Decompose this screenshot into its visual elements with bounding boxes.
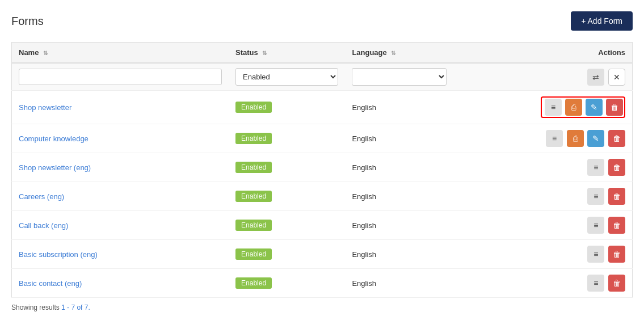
table-row: Shop newsletter Enabled English ≡ ⎙ ✎ 🗑 bbox=[12, 91, 633, 124]
table-header-row: Name ⇅ Status ⇅ Language ⇅ Actions bbox=[12, 43, 633, 64]
row-list-button[interactable]: ≡ bbox=[587, 217, 604, 234]
filter-clear-button[interactable]: ✕ bbox=[608, 69, 625, 86]
row-name-cell: Call back (eng) bbox=[12, 211, 229, 240]
row-status-cell: Enabled bbox=[229, 211, 345, 240]
sort-status-icon[interactable]: ⇅ bbox=[262, 50, 267, 56]
filter-status-cell: Enabled Disabled bbox=[229, 63, 345, 91]
row-name-cell: Basic contact (eng) bbox=[12, 269, 229, 298]
filter-language-select[interactable]: English bbox=[352, 68, 447, 86]
row-name-cell: Careers (eng) bbox=[12, 182, 229, 211]
row-list-button[interactable]: ≡ bbox=[587, 275, 604, 292]
row-copy-button[interactable]: ⎙ bbox=[565, 99, 582, 116]
row-delete-button[interactable]: 🗑 bbox=[608, 188, 625, 205]
row-name-cell: Basic subscription (eng) bbox=[12, 240, 229, 269]
filter-row: Enabled Disabled English ⇄ ✕ bbox=[12, 63, 633, 91]
row-name-link[interactable]: Basic subscription (eng) bbox=[19, 250, 98, 259]
status-badge: Enabled bbox=[235, 277, 272, 289]
row-status-cell: Enabled bbox=[229, 240, 345, 269]
row-status-cell: Enabled bbox=[229, 91, 345, 124]
page-header: Forms + Add Form bbox=[11, 11, 633, 31]
row-language-cell: English bbox=[345, 182, 453, 211]
row-edit-button[interactable]: ✎ bbox=[587, 130, 604, 147]
sort-name-icon[interactable]: ⇅ bbox=[43, 50, 48, 56]
row-actions-cell: ≡ 🗑 bbox=[453, 153, 632, 182]
table-row: Careers (eng) Enabled English ≡ 🗑 bbox=[12, 182, 633, 211]
forms-table: Name ⇅ Status ⇅ Language ⇅ Actions bbox=[11, 42, 633, 298]
row-status-cell: Enabled bbox=[229, 153, 345, 182]
row-delete-button[interactable]: 🗑 bbox=[608, 159, 625, 176]
row-delete-button[interactable]: 🗑 bbox=[606, 99, 623, 116]
row-language-cell: English bbox=[345, 269, 453, 298]
row-list-button[interactable]: ≡ bbox=[545, 99, 562, 116]
row-actions-cell: ≡ 🗑 bbox=[453, 182, 632, 211]
actions-highlight-box: ≡ ⎙ ✎ 🗑 bbox=[541, 96, 625, 118]
page-title: Forms bbox=[11, 15, 44, 28]
row-language-cell: English bbox=[345, 211, 453, 240]
results-footer: Showing results 1 - 7 of 7. bbox=[11, 304, 633, 311]
row-name-cell: Shop newsletter bbox=[12, 91, 229, 124]
row-language-cell: English bbox=[345, 124, 453, 153]
row-status-cell: Enabled bbox=[229, 124, 345, 153]
col-header-actions: Actions bbox=[453, 43, 632, 64]
col-header-status: Status ⇅ bbox=[229, 43, 345, 64]
row-language-cell: English bbox=[345, 91, 453, 124]
row-name-link[interactable]: Careers (eng) bbox=[19, 192, 64, 201]
row-list-button[interactable]: ≡ bbox=[587, 246, 604, 263]
status-badge: Enabled bbox=[235, 102, 272, 113]
row-delete-button[interactable]: 🗑 bbox=[608, 275, 625, 292]
row-edit-button[interactable]: ✎ bbox=[586, 99, 603, 116]
table-row: Basic contact (eng) Enabled English ≡ 🗑 bbox=[12, 269, 633, 298]
row-list-button[interactable]: ≡ bbox=[546, 130, 563, 147]
status-badge: Enabled bbox=[235, 220, 272, 231]
row-actions-cell: ≡ 🗑 bbox=[453, 211, 632, 240]
row-name-link[interactable]: Computer knowledge bbox=[19, 134, 89, 143]
row-name-cell: Computer knowledge bbox=[12, 124, 229, 153]
sort-language-icon[interactable]: ⇅ bbox=[391, 50, 395, 56]
row-name-cell: Shop newsletter (eng) bbox=[12, 153, 229, 182]
row-actions-cell: ≡ 🗑 bbox=[453, 269, 632, 298]
row-status-cell: Enabled bbox=[229, 182, 345, 211]
row-list-button[interactable]: ≡ bbox=[587, 188, 604, 205]
row-copy-button[interactable]: ⎙ bbox=[567, 130, 584, 147]
filter-name-input[interactable] bbox=[19, 69, 222, 85]
row-delete-button[interactable]: 🗑 bbox=[608, 246, 625, 263]
table-row: Call back (eng) Enabled English ≡ 🗑 bbox=[12, 211, 633, 240]
add-form-button[interactable]: + Add Form bbox=[571, 11, 633, 31]
status-badge: Enabled bbox=[235, 191, 272, 202]
results-range-link[interactable]: 1 - 7 of 7. bbox=[61, 304, 90, 311]
row-actions-cell: ≡ ⎙ ✎ 🗑 bbox=[453, 124, 632, 153]
row-name-link[interactable]: Call back (eng) bbox=[19, 221, 68, 230]
row-list-button[interactable]: ≡ bbox=[587, 159, 604, 176]
filter-actions-cell: ⇄ ✕ bbox=[453, 63, 632, 91]
status-badge: Enabled bbox=[235, 162, 272, 173]
row-delete-button[interactable]: 🗑 bbox=[608, 130, 625, 147]
col-header-name: Name ⇅ bbox=[12, 43, 229, 64]
row-name-link[interactable]: Shop newsletter (eng) bbox=[19, 163, 91, 172]
row-name-link[interactable]: Shop newsletter bbox=[19, 103, 71, 112]
status-badge: Enabled bbox=[235, 133, 272, 144]
row-language-cell: English bbox=[345, 240, 453, 269]
status-badge: Enabled bbox=[235, 248, 272, 260]
filter-status-select[interactable]: Enabled Disabled bbox=[235, 68, 338, 86]
page-container: Forms + Add Form Name ⇅ Status ⇅ Languag… bbox=[0, 0, 644, 316]
table-row: Basic subscription (eng) Enabled English… bbox=[12, 240, 633, 269]
filter-language-cell: English bbox=[345, 63, 453, 91]
row-name-link[interactable]: Basic contact (eng) bbox=[19, 279, 82, 288]
col-header-language: Language ⇅ bbox=[345, 43, 453, 64]
row-delete-button[interactable]: 🗑 bbox=[608, 217, 625, 234]
filter-apply-button[interactable]: ⇄ bbox=[587, 69, 604, 86]
row-actions-cell: ≡ 🗑 bbox=[453, 240, 632, 269]
table-row: Shop newsletter (eng) Enabled English ≡ … bbox=[12, 153, 633, 182]
row-status-cell: Enabled bbox=[229, 269, 345, 298]
table-row: Computer knowledge Enabled English ≡ ⎙ ✎… bbox=[12, 124, 633, 153]
row-language-cell: English bbox=[345, 153, 453, 182]
row-actions-cell: ≡ ⎙ ✎ 🗑 bbox=[453, 91, 632, 124]
filter-name-cell bbox=[12, 63, 229, 91]
